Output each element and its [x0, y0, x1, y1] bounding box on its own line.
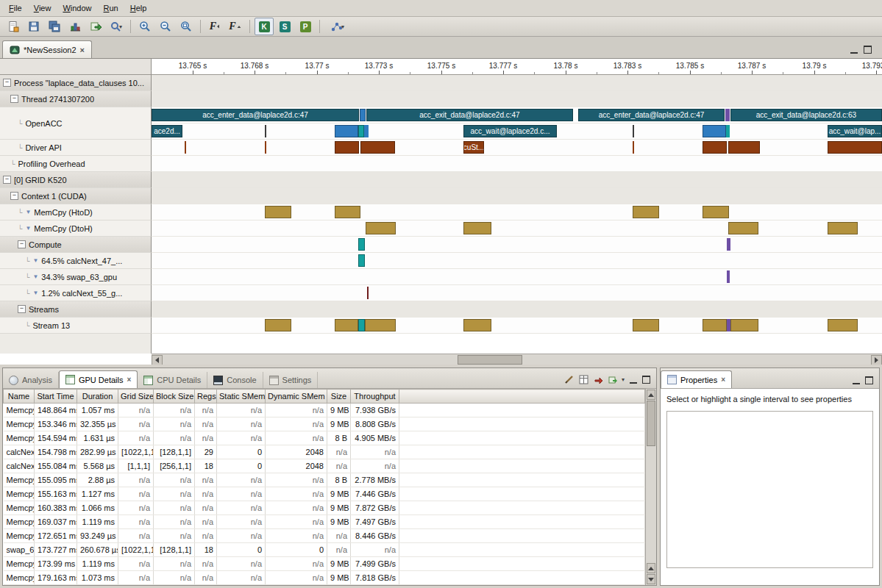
timeline-interval[interactable] [185, 141, 186, 154]
tab-gpu-details[interactable]: GPU Details× [59, 370, 138, 388]
collapse-icon[interactable]: − [18, 305, 26, 313]
scrollbar-thumb[interactable] [647, 401, 655, 446]
column-header-block-size[interactable]: Block Size [154, 390, 195, 404]
timeline-interval[interactable] [463, 319, 491, 331]
timeline-interval[interactable] [360, 141, 395, 154]
table-row[interactable]: Memcpy172.651 ms93.249 µsn/an/an/an/an/a… [4, 529, 645, 543]
timeline-interval-labeled[interactable]: acc_wait@lap... [828, 125, 882, 137]
zoom-in-button[interactable] [135, 18, 154, 35]
tree-row-34-3-swap-63-gpu[interactable]: └▼34.3% swap_63_gpu [0, 269, 152, 285]
timeline-interval[interactable] [265, 206, 291, 218]
menu-help[interactable]: Help [124, 1, 153, 15]
timeline-interval[interactable] [633, 125, 634, 137]
column-header-throughput[interactable]: Throughput [351, 390, 399, 404]
scroll-up-button-2[interactable] [647, 563, 655, 573]
tree-row-profiling-overhead[interactable]: └Profiling Overhead [0, 156, 152, 172]
table-row[interactable]: Memcpy155.095 ms2.88 µsn/an/an/an/an/a8 … [4, 473, 645, 487]
timeline-interval-labeled[interactable]: acc_enter_data@laplace2d.c:47 [152, 109, 359, 121]
column-header-grid-size[interactable]: Grid Size [118, 390, 154, 404]
timeline-interval[interactable] [364, 125, 369, 137]
tree-row-process-laplace-data-clauses-10[interactable]: −Process "laplace_data_clauses 10... [0, 75, 152, 91]
minimize-icon[interactable] [850, 46, 858, 54]
collapse-icon[interactable]: − [3, 176, 11, 184]
timeline-interval[interactable] [335, 319, 358, 331]
timeline-interval[interactable] [727, 270, 730, 283]
timeline-interval[interactable] [335, 206, 360, 218]
timeline-interval[interactable] [358, 125, 364, 137]
close-icon[interactable]: × [80, 46, 85, 54]
menu-run[interactable]: Run [98, 1, 124, 15]
tree-row-context-1-cuda[interactable]: −Context 1 (CUDA) [0, 188, 152, 204]
column-header-regs[interactable]: Regs [195, 390, 217, 404]
table-row[interactable]: Memcpy148.864 ms1.057 msn/an/an/an/an/a9… [4, 404, 645, 417]
scroll-up-button[interactable] [647, 390, 655, 400]
minimize-icon[interactable] [630, 376, 637, 384]
tree-row-compute[interactable]: −Compute [0, 237, 152, 253]
close-icon[interactable]: × [721, 376, 725, 384]
timeline-interval[interactable] [703, 125, 726, 137]
column-header-size[interactable]: Size [327, 390, 351, 404]
timeline-interval[interactable] [358, 254, 365, 267]
collapse-icon[interactable]: − [3, 79, 11, 87]
timeline-interval[interactable] [728, 222, 758, 234]
timeline-interval[interactable] [335, 125, 358, 137]
table-row[interactable]: Memcpy153.346 ms32.355 µsn/an/an/an/an/a… [4, 417, 645, 431]
timeline-interval[interactable] [726, 125, 730, 137]
table-row[interactable]: Memcpy160.383 ms1.066 msn/an/an/an/an/a9… [4, 501, 645, 515]
tree-row-0-grid-k520[interactable]: −[0] GRID K520 [0, 172, 152, 188]
column-header-duration[interactable]: Duration [77, 390, 118, 404]
timeline-interval[interactable] [358, 319, 365, 331]
timeline-interval[interactable] [703, 141, 727, 154]
zoom-fit-button[interactable] [177, 18, 196, 35]
configure-columns-icon[interactable] [579, 375, 588, 384]
table-vertical-scrollbar[interactable] [645, 389, 656, 585]
timeline-interval[interactable] [358, 238, 365, 251]
search-menu-button[interactable]: ▾ [107, 18, 126, 35]
tree-row-memcpy-htod[interactable]: └▼MemCpy (HtoD) [0, 204, 152, 220]
maximize-icon[interactable] [642, 376, 650, 384]
table-row[interactable]: Memcpy179.163 ms1.073 msn/an/an/an/an/a9… [4, 571, 645, 585]
tree-row-1-2-calcnext-55-g[interactable]: └▼1.2% calcNext_55_g... [0, 285, 152, 301]
timeline-interval[interactable] [728, 141, 760, 154]
collapse-icon[interactable]: − [18, 240, 26, 248]
tree-row-memcpy-dtoh[interactable]: └▼MemCpy (DtoH) [0, 220, 152, 237]
timeline-interval-labeled[interactable]: acc_exit_data@laplace2d.c:63 [730, 109, 882, 121]
export-timeline-button[interactable] [86, 18, 105, 35]
menu-window[interactable]: Window [57, 1, 97, 15]
column-header-name[interactable]: Name [4, 390, 35, 404]
collect-metrics-icon[interactable] [594, 375, 603, 384]
tab-settings[interactable]: Settings [263, 372, 319, 388]
tree-row-thread-2741307200[interactable]: −Thread 2741307200 [0, 91, 152, 107]
pen-icon[interactable] [564, 375, 574, 384]
scroll-left-button[interactable] [152, 355, 163, 365]
tab-console[interactable]: Console [207, 372, 263, 388]
timeline-interval[interactable] [335, 141, 359, 154]
collapse-icon[interactable]: − [10, 192, 18, 200]
table-row[interactable]: swap_63_gpu173.727 ms260.678 µs[1022,1,1… [4, 543, 645, 557]
timeline-interval[interactable] [463, 222, 491, 234]
timeline-interval[interactable] [360, 109, 366, 121]
table-row[interactable]: Memcpy155.163 ms1.127 msn/an/an/an/an/a9… [4, 487, 645, 501]
timeline-interval-labeled[interactable]: cuSt... [463, 141, 484, 154]
table-row[interactable]: Memcpy173.99 ms1.119 msn/an/an/an/an/a9 … [4, 557, 645, 571]
timeline-interval[interactable] [365, 319, 396, 331]
maximize-icon[interactable] [864, 46, 872, 54]
analysis-menu-button[interactable]: ▾ [324, 18, 351, 35]
tree-row-streams[interactable]: −Streams [0, 301, 152, 318]
timeline-interval[interactable] [366, 222, 396, 234]
timeline-chart-button[interactable] [65, 18, 85, 35]
view-menu-icon[interactable]: ▾ [622, 376, 625, 383]
scroll-down-button[interactable] [647, 574, 655, 584]
timeline-interval[interactable] [633, 141, 634, 154]
timeline-interval[interactable] [828, 141, 882, 154]
menu-view[interactable]: View [28, 1, 57, 15]
timeline-interval[interactable] [367, 287, 369, 299]
table-row[interactable]: calcNext154.798 ms282.99 µs[1022,1,1][12… [4, 445, 645, 459]
collapse-icon[interactable]: − [10, 95, 18, 103]
save-button[interactable] [24, 18, 43, 35]
session-tab[interactable]: *NewSession2 × [2, 40, 92, 58]
minimize-icon[interactable] [853, 376, 860, 384]
timeline-interval[interactable] [633, 319, 659, 331]
tab-properties[interactable]: Properties × [661, 370, 732, 388]
timeline-interval[interactable] [703, 319, 727, 331]
